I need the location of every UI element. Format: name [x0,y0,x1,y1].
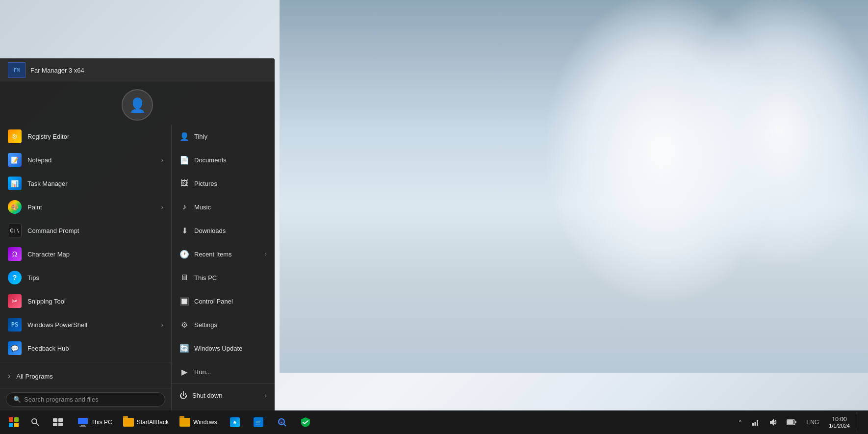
windows-logo-icon [9,417,19,427]
this-pc-label: This PC [194,274,267,281]
shutdown-arrow: › [265,392,267,399]
windows-update-icon: 🔄 [179,343,189,353]
all-programs-label: All Programs [16,373,163,380]
right-item-pictures[interactable]: 🖼 Pictures [172,172,275,195]
tray-chevron-btn[interactable]: ^ [735,417,746,428]
taskbar-app-this-pc[interactable]: This PC [73,412,117,432]
right-item-recent-items[interactable]: 🕐 Recent Items › [172,242,275,266]
menu-item-snipping-tool[interactable]: ✂ Snipping Tool [0,289,171,313]
svg-rect-14 [752,423,754,426]
taskbar-security-btn[interactable] [295,412,316,432]
right-item-documents[interactable]: 📄 Documents [172,148,275,172]
shutdown-button[interactable]: ⏻ Shut down › [172,383,275,407]
tray-battery-btn[interactable] [783,417,800,428]
svg-point-0 [32,419,37,424]
store-icon: 🛒 [254,417,263,427]
taskbar-search-button[interactable] [26,412,45,432]
right-item-music[interactable]: ♪ Music [172,195,275,219]
this-pc-icon [77,418,88,427]
paint-label: Paint [27,204,155,211]
downloads-label: Downloads [194,227,267,234]
snipping-tool-label: Snipping Tool [27,298,163,305]
character-map-icon: Ω [8,247,22,261]
start-button[interactable] [4,412,24,432]
startallback-folder-icon [123,418,134,427]
command-prompt-label: Command Prompt [27,227,163,234]
control-panel-label: Control Panel [194,298,267,305]
svg-rect-6 [78,418,88,424]
svg-text:+: + [280,420,282,425]
system-clock[interactable]: 10:00 1/1/2024 [825,415,854,430]
user-avatar[interactable]: 👤 [122,89,153,121]
tray-volume-btn[interactable] [765,416,781,428]
tips-label: Tips [27,274,163,281]
taskbar-app-startallback[interactable]: StartAllBack [118,412,174,432]
svg-rect-15 [755,422,756,426]
menu-item-character-map[interactable]: Ω Character Map [0,242,171,266]
far-manager-label: Far Manager 3 x64 [30,67,267,74]
pictures-label: Pictures [194,180,267,187]
menu-item-all-programs[interactable]: › All Programs [0,364,171,388]
power-icon: ⏻ [179,391,187,400]
tray-chevron-icon: ^ [739,419,742,426]
menu-item-notepad[interactable]: 📝 Notepad › [0,148,171,172]
right-item-this-pc[interactable]: 🖥 This PC [172,266,275,289]
feedback-hub-label: Feedback Hub [27,345,163,352]
all-programs-icon: › [8,372,10,381]
menu-item-command-prompt[interactable]: C:\ Command Prompt [0,219,171,242]
clock-time: 10:00 [832,416,847,423]
powershell-label: Windows PowerShell [27,321,155,329]
search-icon-small: 🔍 [13,396,21,403]
right-item-tihiy[interactable]: 👤 Tihiy [172,125,275,148]
taskbar-store-btn[interactable]: 🛒 [248,412,269,432]
svg-rect-2 [53,418,57,422]
right-item-control-panel[interactable]: 🔲 Control Panel [172,289,275,313]
windows-folder-icon [179,418,190,427]
menu-item-powershell[interactable]: PS Windows PowerShell › [0,313,171,336]
volume-icon [769,418,777,426]
recent-items-icon: 🕐 [179,249,189,259]
tray-network-btn[interactable] [747,416,763,428]
right-item-run[interactable]: ▶ Run... [172,360,275,383]
windows-taskbar-label: Windows [193,419,217,426]
notepad-label: Notepad [27,156,155,164]
svg-rect-4 [53,423,57,426]
right-item-settings[interactable]: ⚙ Settings [172,313,275,336]
search-input[interactable]: 🔍 Search programs and files [6,392,165,407]
right-item-downloads[interactable]: ⬇ Downloads [172,219,275,242]
search-bar[interactable]: 🔍 Search programs and files [0,388,171,410]
registry-editor-icon: ⚙ [8,129,22,143]
svg-rect-5 [58,423,63,426]
task-manager-icon: 📊 [8,177,22,190]
svg-line-1 [36,423,39,426]
svg-text:🛒: 🛒 [255,419,262,426]
magnifier-icon: + [277,417,287,427]
lang-label: ENG [806,419,819,426]
show-desktop-btn[interactable] [856,412,864,432]
menu-item-registry-editor[interactable]: ⚙ Registry Editor [0,125,171,148]
taskbar-app-windows[interactable]: Windows [175,412,222,432]
edge-icon: e [230,417,240,427]
taskbar-edge-btn[interactable]: e [224,412,246,432]
this-pc-taskbar-label: This PC [91,419,112,426]
battery-icon [787,419,796,426]
menu-item-task-manager[interactable]: 📊 Task Manager [0,172,171,195]
right-item-windows-update[interactable]: 🔄 Windows Update [172,336,275,360]
wallpaper-decoration [280,0,868,373]
menu-item-paint[interactable]: 🎨 Paint › [0,195,171,219]
svg-rect-7 [81,425,85,426]
paint-arrow: › [161,203,163,211]
start-menu-right: 👤 Tihiy 📄 Documents 🖼 Pictures ♪ Music ⬇ [172,125,275,410]
taskbar-magnifier-btn[interactable]: + [271,412,293,432]
menu-item-feedback-hub[interactable]: 💬 Feedback Hub [0,336,171,360]
music-icon: ♪ [179,202,189,212]
paint-icon: 🎨 [8,200,22,214]
far-manager-icon: FM [8,62,26,78]
powershell-icon: PS [8,318,22,332]
startallback-taskbar-label: StartAllBack [137,419,169,426]
security-icon [301,417,310,427]
task-view-button[interactable] [47,412,69,432]
tray-lang-btn[interactable]: ENG [802,417,823,428]
recent-items-label: Recent Items [194,251,260,258]
menu-item-tips[interactable]: ? Tips [0,266,171,289]
